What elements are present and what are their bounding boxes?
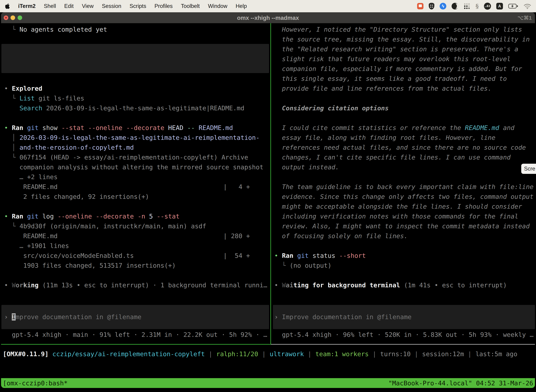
menu-item-window[interactable]: Window	[208, 3, 227, 9]
right-input-line[interactable]: › Improve documentation in @filename	[274, 312, 412, 322]
terminal-line: └ 4b9d30f (origin/main, instructkr/main,…	[4, 221, 206, 231]
terminal-line: The team guideline is to back every impo…	[274, 182, 534, 192]
terminal-line: • Ran git status --short	[274, 251, 366, 261]
terminal-line: output instead.	[274, 162, 339, 172]
iterm-window: omx --xhigh --madmax ⌥⌘1 └ No agents com…	[1, 12, 535, 388]
menu-item-help[interactable]: Help	[236, 3, 247, 9]
terminal-line: the source tree, missing the essay. Stil…	[274, 34, 530, 44]
tmux-session-label: [omx-cczip0:bash*	[3, 378, 67, 388]
terminal-line: including verification notes with those …	[274, 211, 518, 221]
terminal-area[interactable]: └ No agents completed yet› Ralph loop ac…	[1, 23, 535, 388]
terminal-line: README.md| 4 +	[4, 182, 57, 192]
terminal-line: references need actual files, and since …	[274, 143, 526, 152]
terminal-line: review. Also, I might want to inspect th…	[274, 221, 530, 231]
menu-bar: iTerm2ShellEditViewSessionScriptsProfile…	[0, 0, 536, 12]
menu-item-toolbelt[interactable]: Toolbelt	[181, 3, 200, 9]
hook-icon[interactable]: §	[475, 3, 479, 10]
terminal-line: might be acceptable alongside the file l…	[274, 202, 522, 211]
shield-app-icon[interactable]	[429, 3, 434, 9]
menu-item-iterm2[interactable]: iTerm2	[18, 3, 36, 9]
omx-status-line: [OMX#0.11.9] cczip/essay/ai-reimplementa…	[3, 349, 517, 359]
terminal-line: • Waiting for background terminal (1m 41…	[274, 280, 507, 290]
terminal-line: 1903 files changed, 513517 insertions(+)	[4, 261, 176, 271]
terminal-line: the "Related research writing" section i…	[274, 44, 518, 54]
terminal-line: slight risk that future readers may over…	[274, 54, 511, 64]
menu-status-icons: ϟ § ..61 A	[417, 3, 536, 10]
tmux-status-bar: [omx-cczip0:bash* "MacBook-Pro-44.local"…	[1, 378, 535, 388]
terminal-line: … +1901 lines	[4, 241, 69, 251]
apple-menu-icon[interactable]	[5, 3, 10, 9]
injected-message-box	[1, 44, 269, 73]
terminal-line: • Explored	[4, 84, 42, 93]
moon-app-icon[interactable]	[452, 3, 458, 9]
right-pane-border	[271, 344, 535, 345]
pane-divider[interactable]	[270, 23, 271, 344]
left-pane-border	[1, 344, 271, 345]
terminal-line: • Working (11m 13s • esc to interrupt) ·…	[4, 280, 267, 290]
left-status-line: gpt-5.4 xhigh · main · 91% left · 2.31M …	[4, 330, 267, 340]
menu-item-profiles[interactable]: Profiles	[154, 3, 172, 9]
tmux-host-clock: "MacBook-Pro-44.local" 04:52 31-Mar-26	[388, 378, 533, 388]
terminal-line: companion file, especially if more comme…	[274, 64, 522, 74]
window-shortcut: ⌥⌘1	[517, 12, 532, 23]
terminal-line: However, I noticed the "Directory Struct…	[274, 25, 522, 34]
terminal-line: … +2 lines	[4, 172, 57, 182]
grid-menu-icon[interactable]	[464, 3, 470, 9]
wifi-icon[interactable]	[524, 3, 531, 9]
terminal-line: this single essay, it seems like a good …	[274, 74, 507, 84]
menu-item-scripts[interactable]: Scripts	[129, 3, 146, 9]
right-status-line: gpt-5.4 xhigh · 96% left · 520K in · 5.8…	[274, 330, 534, 340]
terminal-line: • Ran git show --stat --oneline --decora…	[4, 123, 233, 133]
terminal-line: Search 2026-03-09-is-legal-the-same-as-l…	[4, 103, 244, 113]
percent-badge-icon[interactable]: ..61	[484, 3, 491, 10]
terminal-line: I could cite commit statistics or refere…	[274, 123, 514, 133]
terminal-line: of focusing solely on file lines.	[274, 231, 408, 241]
menu-item-shell[interactable]: Shell	[44, 3, 56, 9]
terminal-line: └ (no output)	[274, 261, 331, 271]
window-title: omx --xhigh --madmax	[1, 12, 535, 23]
terminal-line: └ List git ls-files	[4, 93, 84, 103]
terminal-line: changes, I can't cite specific file line…	[274, 152, 511, 162]
screen-tooltip[interactable]: Scre	[521, 164, 536, 174]
menu-item-session[interactable]: Session	[102, 3, 121, 9]
terminal-line: 2 files changed, 92 insertions(+)	[4, 192, 149, 202]
menu-item-view[interactable]: View	[82, 3, 94, 9]
input-source-icon[interactable]: A	[496, 3, 503, 9]
chat-app-icon[interactable]	[417, 3, 423, 9]
left-input-line[interactable]: › Improve documentation in @filename	[4, 312, 141, 322]
terminal-line: └ No agents completed yet	[4, 25, 107, 34]
window-title-bar[interactable]: omx --xhigh --madmax ⌥⌘1	[1, 12, 535, 23]
terminal-line: companion analysis without altering the …	[4, 162, 263, 172]
terminal-line: evidence. Since this change only affects…	[274, 192, 534, 202]
terminal-line: │ and-the-erosion-of-copyleft.md	[4, 143, 134, 152]
sync-app-icon[interactable]: ϟ	[440, 3, 446, 9]
battery-icon[interactable]	[508, 4, 518, 9]
terminal-line: └ 067f154 (HEAD -> essay/ai-reimplementa…	[4, 152, 248, 162]
terminal-line: README.md| 280 +	[4, 231, 57, 241]
terminal-line: essay file, along with finding root file…	[274, 133, 495, 143]
terminal-line: Considering citation options	[274, 103, 389, 113]
menu-item-edit[interactable]: Edit	[64, 3, 73, 9]
terminal-line: provide file and line references from th…	[274, 84, 492, 93]
menu-items: iTerm2ShellEditViewSessionScriptsProfile…	[10, 3, 247, 9]
terminal-line: │ 2026-03-09-is-legal-the-same-as-legiti…	[4, 133, 259, 143]
terminal-line: • Ran git log --oneline --decorate -n 5 …	[4, 211, 180, 221]
terminal-line: src/voice/voiceModeEnabled.ts| 54 +	[4, 251, 134, 261]
